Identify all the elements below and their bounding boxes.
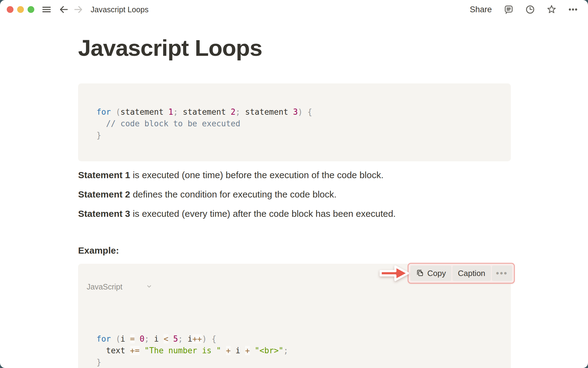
code-token [140,346,145,355]
copy-button-label: Copy [427,269,446,277]
share-button[interactable]: Share [470,5,492,14]
chevron-down-icon [125,269,152,304]
duplicate-pages-icon [416,269,424,278]
code-token: ) [202,334,207,343]
ellipsis-icon: ••• [496,269,508,278]
code-token: ; [178,334,183,343]
code-lines: for (i = 0; i < 5; i++) { text += "The n… [96,333,492,368]
paragraph-statement-3: Statement 3 is executed (every time) aft… [78,208,511,220]
code-token: ( [116,334,121,343]
close-window-button[interactable] [7,6,13,13]
code-token [303,107,307,117]
code-token: statement [240,107,293,117]
code-line: text += "The number is " + i + "<br>"; [96,345,492,356]
code-token: for [96,107,111,117]
body-paragraphs: Statement 1 is executed (one time) befor… [78,169,511,220]
code-token [135,334,140,343]
code-token: < [164,334,168,343]
code-token: 2 [231,107,236,117]
code-token [250,346,255,355]
caption-button-label: Caption [458,269,485,277]
code-token: 5 [173,334,178,343]
code-token [221,346,226,355]
page-content: Javascript Loops for (statement 1; state… [78,33,511,368]
code-toolbar-highlight-box: Copy Caption ••• [408,263,515,284]
code-token: statement [178,107,231,117]
code-token [111,334,116,343]
language-selector[interactable]: JavaScript [87,269,152,304]
forward-arrow-icon[interactable] [74,5,83,14]
statement-3-bold: Statement 3 [78,209,130,219]
code-token: 0 [140,334,145,343]
copy-button[interactable]: Copy [410,266,451,281]
code-token: 1 [168,107,173,117]
nav-buttons [59,5,83,14]
code-token: "The number is " [145,346,221,355]
comment-icon[interactable] [503,4,514,15]
code-token: = [130,334,135,343]
code-token: + [226,346,231,355]
code-token: ; [145,334,149,343]
code-token: "<br>" [255,346,284,355]
code-token: += [130,346,140,355]
code-token [207,334,212,343]
code-token: { [307,107,312,117]
app-window: Javascript Loops Share [0,0,588,368]
code-token: statement [120,107,168,117]
window-titlebar: Javascript Loops Share [0,0,588,19]
code-line: for (i = 0; i < 5; i++) { [96,333,492,345]
code-token: for [96,334,111,343]
code-token: ) [298,107,303,117]
code-line: for (statement 1; statement 2; statement… [96,106,492,118]
code-line: // code block to be executed [96,118,492,129]
paragraph-statement-1: Statement 1 is executed (one time) befor… [78,169,511,181]
code-token [168,334,173,343]
code-token: + [245,346,250,355]
code-token: text [96,346,130,355]
code-token: ++ [192,334,202,343]
code-token: i [149,334,164,343]
code-block-example[interactable]: JavaScript for (i = 0; i < 5; i++) { tex… [78,264,511,368]
paragraph-statement-2: Statement 2 defines the condition for ex… [78,189,511,200]
minimize-window-button[interactable] [17,6,24,13]
code-token: } [96,131,101,140]
statement-2-bold: Statement 2 [78,189,130,199]
breadcrumb-page-title: Javascript Loops [91,5,149,14]
zoom-window-button[interactable] [28,6,34,13]
statement-1-bold: Statement 1 [78,170,130,180]
code-line: } [96,356,492,368]
titlebar-actions [503,4,578,15]
more-options-icon[interactable] [568,4,578,15]
code-token: ; [236,107,240,117]
statement-3-text: is executed (every time) after the code … [130,209,396,219]
code-token: 3 [293,107,298,117]
code-block-syntax[interactable]: for (statement 1; statement 2; statement… [78,83,511,161]
history-clock-icon[interactable] [525,4,535,15]
code-token [111,107,116,117]
code-more-options-button[interactable]: ••• [492,266,512,281]
code-token: i [231,346,245,355]
traffic-lights [7,6,34,13]
star-favorite-icon[interactable] [546,4,557,15]
code-token: // code block to be executed [96,119,240,128]
code-token: } [96,358,101,367]
hamburger-menu-icon[interactable] [42,5,51,14]
statement-2-text: defines the condition for executing the … [130,189,337,199]
red-tutorial-arrow-icon [378,262,410,285]
code-token: ; [173,107,178,117]
caption-button[interactable]: Caption [452,266,491,281]
code-token: { [212,334,217,343]
language-label: JavaScript [87,281,123,293]
code-line: } [96,129,492,141]
code-token: i [183,334,192,343]
code-token: ; [284,346,288,355]
code-token: ( [116,107,121,117]
code-hover-toolbar-callout: Copy Caption ••• [378,262,515,285]
page-title[interactable]: Javascript Loops [78,33,511,63]
example-label: Example: [78,245,511,256]
back-arrow-icon[interactable] [59,5,69,14]
code-token: i [120,334,130,343]
statement-1-text: is executed (one time) before the execut… [130,170,383,180]
